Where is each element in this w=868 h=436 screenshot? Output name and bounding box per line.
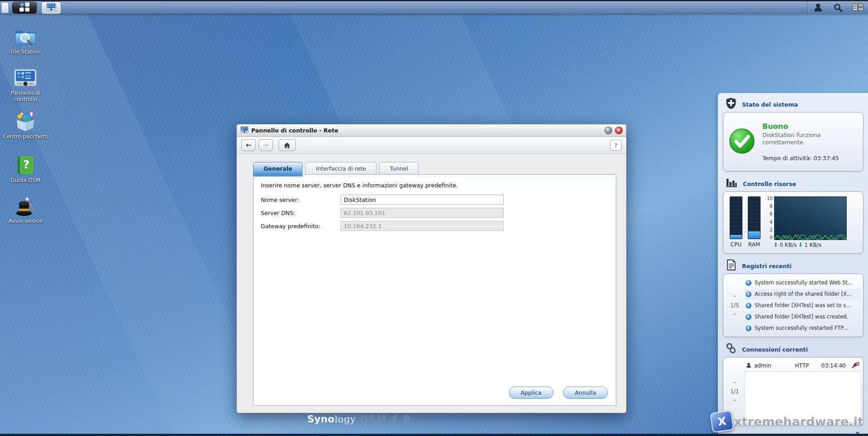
- connection-user: admin: [754, 363, 792, 369]
- ram-bar: RAM: [748, 196, 761, 253]
- bar-chart-icon: [726, 178, 737, 190]
- widget-title: Registri recenti: [742, 263, 791, 269]
- window-titlebar[interactable]: Pannello di controllo - Rete ✕: [237, 124, 626, 137]
- current-connections-card: ⌃ 1/1 ⌄ admin HTTP 03:14:40: [723, 357, 863, 426]
- server-name-input[interactable]: [341, 195, 504, 205]
- network-legend: ⬆ 0 KB/s ⬇ 1 KB/s: [773, 241, 847, 248]
- form-row: Server DNS:: [261, 208, 616, 218]
- desktop-icon-control-panel[interactable]: Pannello di controllo: [3, 67, 48, 103]
- forward-button[interactable]: →: [258, 139, 273, 151]
- system-status-card: Buono DiskStation funziona correttamente…: [723, 112, 863, 171]
- show-desktop-button[interactable]: [1, 2, 9, 13]
- log-row[interactable]: iShared folder [XHTest] was set to s...: [744, 300, 861, 311]
- tab-bar: Generale Interfaccia di rete Tunnel: [253, 162, 626, 174]
- back-button[interactable]: ←: [241, 139, 256, 151]
- cpu-bar: CPU: [730, 196, 742, 253]
- recent-logs-card: ⌃ 1/5 ⌄ iSystem successfully started Web…: [723, 274, 863, 337]
- file-station-icon: [13, 26, 38, 48]
- connections-page-up[interactable]: ⌃: [732, 382, 737, 386]
- form-row: Nome server:: [261, 195, 616, 205]
- logs-pager: ⌃ 1/5 ⌄: [725, 276, 744, 334]
- control-panel-icon: [13, 67, 38, 89]
- connection-row[interactable]: admin HTTP 03:14:40: [744, 360, 861, 371]
- help-button[interactable]: ?: [610, 140, 622, 151]
- download-rate: 1 KB/s: [805, 242, 822, 248]
- log-document-icon: [726, 259, 736, 273]
- action-buttons: Applica Annulla: [509, 387, 608, 399]
- widget-panel: Stato del sistema Buono DiskStation funz…: [718, 93, 868, 436]
- window-body: Generale Interfaccia di rete Tunnel Inse…: [237, 154, 626, 406]
- package-center-icon: [13, 111, 38, 132]
- connection-protocol: HTTP: [795, 363, 819, 369]
- question-mark: ?: [23, 158, 29, 171]
- dsm-help-icon: ?: [13, 154, 38, 176]
- brand-version: DSM 4.0: [356, 414, 410, 425]
- window-title: Pannello di controllo - Rete: [251, 127, 602, 134]
- connections-pager: ⌃ 1/1 ⌄: [725, 360, 744, 423]
- desktop-icon-quick-start[interactable]: Avvio veloce: [3, 195, 48, 225]
- connection-list-area: [744, 371, 861, 423]
- current-connections-header: Connessioni correnti: [726, 343, 863, 355]
- widget-title: Connessioni correnti: [742, 346, 808, 353]
- desktop-icon-label: Guida DSM: [3, 177, 48, 184]
- tab-tunnel[interactable]: Tunnel: [379, 162, 419, 174]
- log-row[interactable]: iShared folder [XHTest] was created.: [744, 311, 861, 323]
- main-menu-icon: [19, 2, 30, 14]
- apply-button[interactable]: Applica: [509, 387, 553, 399]
- logs-page-down[interactable]: ⌄: [732, 311, 737, 315]
- window-toolbar: ← → ?: [237, 137, 626, 154]
- desktop-icon-dsm-help[interactable]: ? Guida DSM: [3, 154, 48, 184]
- widget-collapse-chevron[interactable]: ⌄: [854, 427, 861, 435]
- widget-title: Stato del sistema: [742, 101, 798, 108]
- pilot-view-icon[interactable]: [848, 1, 868, 14]
- default-gateway-input[interactable]: [341, 221, 504, 231]
- log-row[interactable]: iSystem successfully started Web St...: [744, 277, 861, 289]
- synology-dsm-logo: Synology DSM 4.0: [0, 414, 718, 425]
- minimize-button[interactable]: [605, 127, 612, 134]
- close-button[interactable]: ✕: [615, 127, 623, 134]
- system-status-header: Stato del sistema: [726, 98, 863, 110]
- connections-page-down[interactable]: ⌄: [732, 397, 737, 401]
- status-value: Buono: [762, 122, 839, 131]
- connections-content: admin HTTP 03:14:40: [744, 360, 861, 423]
- search-icon[interactable]: [828, 1, 848, 14]
- desktop-icon-file-station[interactable]: File Station: [3, 26, 48, 55]
- tab-generale[interactable]: Generale: [253, 162, 302, 174]
- shield-icon: [726, 98, 736, 111]
- logs-page-up[interactable]: ⌃: [732, 296, 737, 300]
- chart-y-axis: 10 8 6 4 2 0: [767, 196, 774, 240]
- taskbar-right-cluster: [808, 1, 868, 14]
- desktop-icon-label: Centro pacchetti: [3, 134, 48, 140]
- home-button[interactable]: [278, 139, 296, 151]
- desktop-icon-package-center[interactable]: Centro pacchetti: [3, 111, 48, 140]
- control-panel-window: Pannello di controllo - Rete ✕ ← → ? Gen…: [236, 124, 627, 413]
- widget-title: Controllo risorse: [743, 181, 796, 187]
- quick-start-icon: [13, 195, 38, 217]
- info-icon: i: [746, 280, 751, 286]
- cancel-button[interactable]: Annulla: [563, 387, 608, 399]
- connection-time: 03:14:40: [821, 363, 849, 369]
- form-row: Gateway predefinito:: [261, 221, 616, 231]
- user-account-icon[interactable]: [808, 1, 828, 14]
- server-name-label: Nome server:: [261, 196, 341, 203]
- disconnect-icon[interactable]: [852, 362, 859, 370]
- uptime-text: Tempo di attività: 03:37:45: [762, 155, 839, 162]
- info-icon: i: [746, 314, 751, 320]
- desktop-icon-label: Pannello di controllo: [3, 90, 48, 103]
- log-row[interactable]: iSystem successfully restarted FTP...: [744, 323, 861, 334]
- network-chart-zone: 10 8 6 4 2 0 ⬆ 0 KB/s ⬇ 1 KB/s: [767, 196, 847, 253]
- tab-interfaccia-di-rete[interactable]: Interfaccia di rete: [305, 162, 376, 174]
- connections-page-indicator: 1/1: [730, 388, 739, 395]
- control-panel-icon: [240, 126, 249, 135]
- brand-rest: logy: [335, 414, 356, 425]
- dns-server-label: Server DNS:: [261, 210, 341, 216]
- dns-server-input[interactable]: [341, 208, 504, 218]
- cpu-label: CPU: [730, 241, 742, 248]
- form-intro-text: Inserire nome server, server DNS e infor…: [261, 182, 616, 189]
- main-menu-button[interactable]: [12, 2, 37, 14]
- resource-monitor-header: Controllo risorse: [726, 178, 863, 190]
- taskbar-app-control-panel[interactable]: [42, 2, 61, 14]
- user-icon: [746, 363, 751, 369]
- taskbar: [0, 0, 868, 14]
- log-row[interactable]: iAccess right of the shared folder [X...: [744, 289, 861, 300]
